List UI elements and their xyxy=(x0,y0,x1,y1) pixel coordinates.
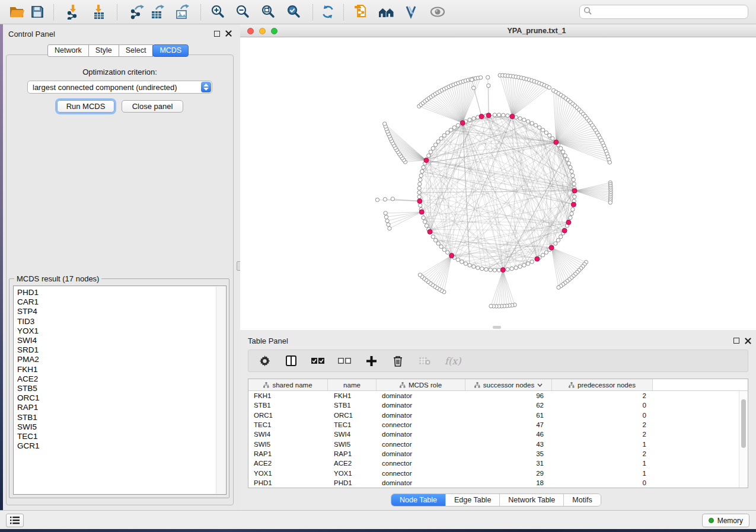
table-scrollbar-thumb[interactable] xyxy=(741,399,746,448)
float-table-panel-icon[interactable] xyxy=(733,338,739,344)
export-image-icon[interactable] xyxy=(171,2,193,22)
table-row[interactable]: SWI5SWI5connector431 xyxy=(248,439,748,448)
delete-row-trash-icon[interactable] xyxy=(391,354,404,367)
table-row[interactable]: PHD1PHD1dominator180 xyxy=(248,478,748,488)
network-canvas[interactable] xyxy=(240,37,756,330)
maximize-window-traffic-light[interactable] xyxy=(271,28,277,34)
optimization-criterion-select[interactable]: largest connected component (undirected) xyxy=(27,81,212,94)
mcds-result-item[interactable]: ACE2 xyxy=(14,374,226,384)
tab-style[interactable]: Style xyxy=(88,44,119,57)
mcds-result-item[interactable]: STB5 xyxy=(14,384,226,393)
zoom-in-icon[interactable] xyxy=(207,2,228,22)
zoom-selected-icon[interactable] xyxy=(283,2,304,22)
table-cell: 29 xyxy=(465,470,552,477)
hide-graphics-details-icon[interactable] xyxy=(401,2,422,22)
show-graphics-details-eye-icon[interactable] xyxy=(427,2,448,22)
export-table-icon[interactable] xyxy=(146,2,168,22)
mcds-result-item[interactable]: SWI4 xyxy=(14,336,226,345)
import-network-from-file-icon[interactable] xyxy=(63,2,84,22)
column-header-successor-nodes[interactable]: successor nodes xyxy=(465,379,552,390)
table-row[interactable]: SWI4SWI4dominator462 xyxy=(248,430,748,439)
memory-button[interactable]: Memory xyxy=(702,514,749,527)
table-row[interactable]: FKH1FKH1dominator962 xyxy=(248,391,748,400)
mcds-result-item[interactable]: SWI5 xyxy=(14,422,226,432)
toolbar-separator xyxy=(312,4,313,20)
task-history-button[interactable] xyxy=(6,514,24,527)
network-from-selection-icon[interactable] xyxy=(350,2,371,22)
home-icon[interactable] xyxy=(376,2,397,22)
table-cell: SWI4 xyxy=(328,431,377,438)
run-mcds-button[interactable]: Run MCDS xyxy=(57,100,114,113)
node-table-body: FKH1FKH1dominator962STB1STB1dominator620… xyxy=(248,391,748,488)
mcds-result-item[interactable]: ORC1 xyxy=(14,393,226,403)
table-panel-title: Table Panel xyxy=(248,336,288,345)
table-scrollbar[interactable] xyxy=(739,391,748,488)
mcds-result-item[interactable]: RAP1 xyxy=(14,403,226,412)
mcds-result-item[interactable]: TEC1 xyxy=(14,432,226,441)
show-column-icon[interactable] xyxy=(285,354,298,367)
search-field[interactable] xyxy=(579,5,748,19)
tab-edge-table[interactable]: Edge Table xyxy=(445,494,499,506)
toolbar-separator xyxy=(117,4,117,20)
close-table-panel-icon[interactable] xyxy=(745,336,751,347)
column-header-shared-name[interactable]: shared name xyxy=(248,379,328,390)
clear-table-icon[interactable] xyxy=(418,354,431,367)
search-input[interactable] xyxy=(594,7,744,17)
sort-desc-icon xyxy=(537,383,543,387)
node-table[interactable]: shared name name MCDS role successor nod… xyxy=(248,379,748,488)
mcds-list-scrollbar[interactable] xyxy=(216,287,225,493)
table-row[interactable]: ACE2ACE2connector311 xyxy=(248,459,748,468)
column-header-name[interactable]: name xyxy=(328,379,377,390)
table-cell: TEC1 xyxy=(328,421,377,428)
minimize-window-traffic-light[interactable] xyxy=(259,28,266,34)
tab-network[interactable]: Network xyxy=(47,44,89,57)
save-session-icon[interactable] xyxy=(27,2,48,22)
export-network-icon[interactable] xyxy=(126,2,148,22)
table-row[interactable]: TEC1TEC1connector472 xyxy=(248,420,748,430)
table-cell: 96 xyxy=(465,392,552,399)
refresh-layout-icon[interactable] xyxy=(317,2,339,22)
mcds-result-item[interactable]: STB1 xyxy=(14,413,226,422)
table-cell: ORC1 xyxy=(248,412,328,419)
settings-gear-icon[interactable] xyxy=(258,354,271,367)
close-window-traffic-light[interactable] xyxy=(247,28,254,34)
table-row[interactable]: ORC1ORC1dominator610 xyxy=(248,411,748,420)
zoom-fit-content-icon[interactable] xyxy=(257,2,279,22)
tab-node-table[interactable]: Node Table xyxy=(391,494,445,506)
mcds-result-item[interactable]: TID3 xyxy=(14,317,226,326)
table-cell: RAP1 xyxy=(248,450,328,457)
float-panel-icon[interactable] xyxy=(214,31,220,37)
mcds-result-item[interactable]: FKH1 xyxy=(14,365,226,374)
mcds-result-item[interactable]: GCR1 xyxy=(14,441,226,451)
tab-select[interactable]: Select xyxy=(119,44,154,57)
mcds-result-item[interactable]: SRD1 xyxy=(14,345,226,355)
select-all-icon[interactable] xyxy=(311,354,324,367)
import-table-from-file-icon[interactable] xyxy=(88,2,110,22)
table-cell: STB1 xyxy=(248,402,328,409)
mcds-result-item[interactable]: CAR1 xyxy=(14,297,226,307)
column-header-mcds-role[interactable]: MCDS role xyxy=(377,379,465,390)
zoom-out-icon[interactable] xyxy=(232,2,253,22)
mcds-result-title: MCDS result (17 nodes) xyxy=(14,274,101,283)
search-icon xyxy=(583,7,592,17)
open-file-icon[interactable] xyxy=(6,2,27,22)
mcds-result-item[interactable]: PMA2 xyxy=(14,355,226,364)
tab-motifs[interactable]: Motifs xyxy=(563,494,600,506)
deselect-all-icon[interactable] xyxy=(338,354,351,367)
mcds-result-item[interactable]: PHD1 xyxy=(14,288,226,297)
mcds-result-item[interactable]: STP4 xyxy=(14,307,226,316)
mcds-result-item[interactable]: YOX1 xyxy=(14,326,226,336)
tab-network-table[interactable]: Network Table xyxy=(499,494,563,506)
add-row-icon[interactable] xyxy=(365,354,378,367)
tab-mcds[interactable]: MCDS xyxy=(152,44,189,57)
table-cell: 35 xyxy=(465,450,552,457)
network-window-titlebar[interactable]: YPA_prune.txt_1 xyxy=(240,24,756,37)
table-row[interactable]: YOX1YOX1connector291 xyxy=(248,468,748,477)
table-row[interactable]: STB1STB1dominator620 xyxy=(248,400,748,410)
close-panel-icon[interactable] xyxy=(225,28,232,39)
column-header-predecessor-nodes[interactable]: predecessor nodes xyxy=(552,379,653,390)
network-graph-svg[interactable] xyxy=(240,37,756,330)
table-splitter-grip[interactable] xyxy=(493,326,501,329)
close-panel-button[interactable]: Close panel xyxy=(122,100,183,113)
table-row[interactable]: RAP1RAP1dominator352 xyxy=(248,449,748,459)
